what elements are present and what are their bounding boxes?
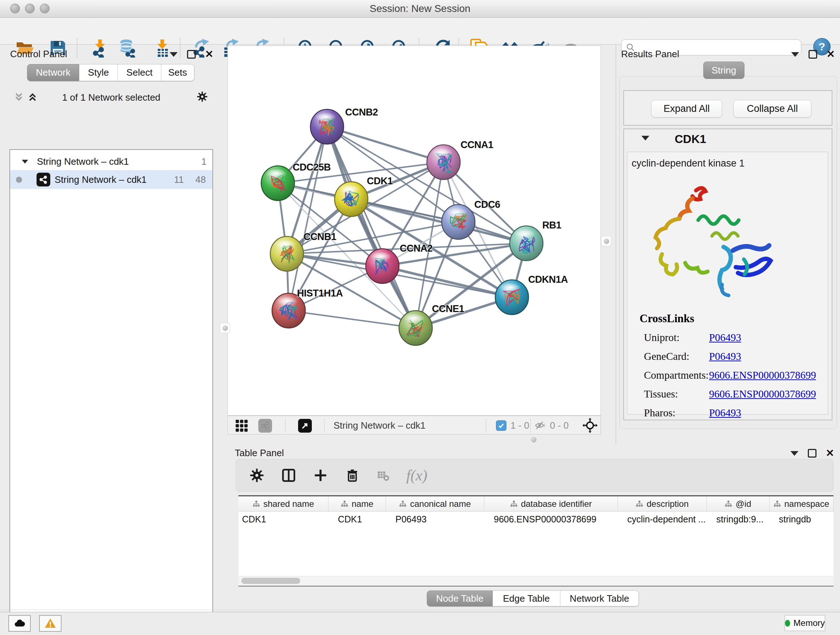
- network-node-cdkn1a[interactable]: [495, 280, 529, 315]
- toolbar-separator: [324, 418, 325, 432]
- add-icon[interactable]: [313, 468, 328, 483]
- tab-sets[interactable]: Sets: [161, 64, 194, 81]
- column-header-description[interactable]: description: [618, 496, 707, 511]
- open-in-window-icon[interactable]: [298, 419, 312, 432]
- column-header-shared-name[interactable]: shared name: [238, 496, 328, 511]
- crosshair-icon[interactable]: [583, 418, 598, 433]
- column-header--id[interactable]: @id: [707, 496, 769, 511]
- collapse-section-icon[interactable]: [641, 136, 649, 141]
- network-node-ccnb1[interactable]: [270, 236, 303, 271]
- table-cell[interactable]: CDK1: [238, 511, 328, 527]
- expand-all-button[interactable]: Expand All: [651, 100, 722, 118]
- memory-button[interactable]: Memory: [785, 615, 825, 631]
- network-selection-summary: 1 of 1 Network selected: [9, 92, 213, 103]
- horizontal-scrollbar[interactable]: [238, 576, 834, 586]
- gene-name: CDK1: [675, 133, 706, 146]
- left-splitter-handle[interactable]: [220, 323, 230, 333]
- network-edge-count: 48: [195, 174, 206, 185]
- warning-button[interactable]: [39, 615, 62, 632]
- share-icon[interactable]: [258, 419, 272, 432]
- network-node-ccna2[interactable]: [366, 249, 399, 283]
- column-header-name[interactable]: name: [328, 496, 386, 511]
- tab-network-table[interactable]: Network Table: [561, 591, 639, 606]
- string-network-icon: [36, 173, 50, 187]
- network-node-ccnb2[interactable]: [310, 109, 344, 144]
- crosslink-label: GeneCard:: [644, 350, 690, 362]
- panel-menu-icon[interactable]: [791, 52, 799, 57]
- results-actions-box: Expand All Collapse All: [623, 90, 832, 126]
- string-results-container: Expand All Collapse All CDK1 cyclin-depe…: [619, 76, 837, 429]
- grid-icon[interactable]: [235, 419, 248, 432]
- collapse-all-button[interactable]: Collapse All: [733, 100, 812, 118]
- table-cell[interactable]: stringdb:9...: [707, 511, 769, 527]
- control-panel: Control Panel ✕ Network Style Select Set…: [0, 44, 227, 610]
- tab-edge-table[interactable]: Edge Table: [493, 591, 561, 606]
- column-header-namespace[interactable]: namespace: [769, 496, 834, 511]
- tab-network[interactable]: Network: [27, 64, 79, 81]
- close-panel-icon[interactable]: ✕: [205, 49, 213, 59]
- memory-label: Memory: [793, 618, 825, 628]
- crosslink-uniprot[interactable]: P06493: [709, 332, 741, 343]
- node-label-ccnb2: CCNB2: [345, 107, 378, 118]
- warning-icon: [44, 617, 57, 630]
- float-panel-icon[interactable]: [808, 50, 817, 59]
- close-panel-icon[interactable]: ✕: [826, 448, 834, 458]
- hidden-eye-icon[interactable]: [535, 420, 546, 431]
- toolbar-separator: [285, 418, 286, 432]
- cloud-icon: [13, 617, 26, 630]
- selected-checkbox[interactable]: [496, 420, 507, 431]
- window-titlebar: Session: New Session: [0, 0, 840, 18]
- crosslink-compartments[interactable]: 9606.ENSP00000378699: [709, 369, 816, 381]
- node-label-ccne1: CCNE1: [432, 303, 464, 314]
- node-label-ccnb1: CCNB1: [303, 231, 336, 242]
- bottom-splitter-handle[interactable]: [529, 435, 538, 444]
- table-cell[interactable]: CDK1: [328, 511, 386, 527]
- tab-string[interactable]: String: [703, 62, 745, 79]
- tab-select[interactable]: Select: [118, 64, 161, 81]
- panel-menu-icon[interactable]: [170, 52, 178, 57]
- cloud-button[interactable]: [8, 615, 31, 632]
- network-node-cdc6[interactable]: [442, 204, 475, 239]
- table-row[interactable]: CDK1CDK1P064939606.ENSP00000378699cyclin…: [238, 511, 834, 527]
- node-label-ccna2: CCNA2: [400, 243, 433, 254]
- toolbar-separator: [531, 418, 531, 432]
- network-node-cdc25b[interactable]: [261, 166, 294, 201]
- trash-icon[interactable]: [345, 468, 360, 483]
- crosslink-pharos[interactable]: P06493: [709, 407, 741, 418]
- hidden-counts: 0 - 0: [550, 420, 569, 431]
- panel-menu-icon[interactable]: [790, 451, 798, 456]
- columns-icon[interactable]: [281, 468, 296, 483]
- float-panel-icon[interactable]: [808, 449, 816, 458]
- tree-expander-icon[interactable]: [22, 160, 28, 163]
- table-cell[interactable]: cyclin-dependent ...: [618, 511, 707, 527]
- crosslink-label: Pharos:: [644, 407, 676, 418]
- crosslink-tissues[interactable]: 9606.ENSP00000378699: [709, 388, 816, 400]
- column-header-canonical-name[interactable]: canonical name: [386, 496, 485, 511]
- network-view-toolbar: String Network – cdk1 1 - 0 0 - 0: [227, 416, 601, 434]
- network-canvas[interactable]: CCNB2CCNA1CDC25BCDK1CDC6RB1CCNB1CCNA2CDK…: [227, 46, 601, 416]
- network-node-ccne1[interactable]: [399, 310, 432, 345]
- gear-icon[interactable]: [249, 468, 264, 483]
- network-collection-row[interactable]: String Network – cdk1 1: [10, 150, 212, 170]
- crosslink-genecard[interactable]: P06493: [709, 350, 741, 362]
- network-graph: CCNB2CCNA1CDC25BCDK1CDC6RB1CCNB1CCNA2CDK…: [228, 46, 600, 415]
- gear-icon[interactable]: [196, 91, 208, 103]
- column-header-database-identifier[interactable]: database identifier: [485, 496, 618, 511]
- scrollbar-thumb[interactable]: [241, 578, 300, 584]
- node-label-ccna1: CCNA1: [461, 139, 493, 150]
- network-collection-label: String Network – cdk1: [37, 156, 129, 167]
- gene-description: cyclin-dependent kinase 1: [632, 158, 745, 169]
- table-panel-title: Table Panel: [235, 448, 284, 459]
- right-splitter-handle[interactable]: [601, 236, 611, 246]
- close-panel-icon[interactable]: ✕: [827, 49, 835, 59]
- network-node-cdk1[interactable]: [335, 182, 368, 217]
- float-panel-icon[interactable]: [187, 50, 196, 59]
- table-cell[interactable]: 9606.ENSP00000378699: [485, 511, 618, 527]
- table-cell[interactable]: stringdb: [769, 511, 834, 527]
- tab-style[interactable]: Style: [79, 64, 118, 81]
- network-node-rb1[interactable]: [510, 226, 543, 261]
- network-node-ccna1[interactable]: [427, 145, 460, 180]
- network-row-selected[interactable]: String Network – cdk1 11 48: [10, 170, 212, 189]
- table-cell[interactable]: P06493: [386, 511, 485, 527]
- tab-node-table[interactable]: Node Table: [427, 591, 493, 606]
